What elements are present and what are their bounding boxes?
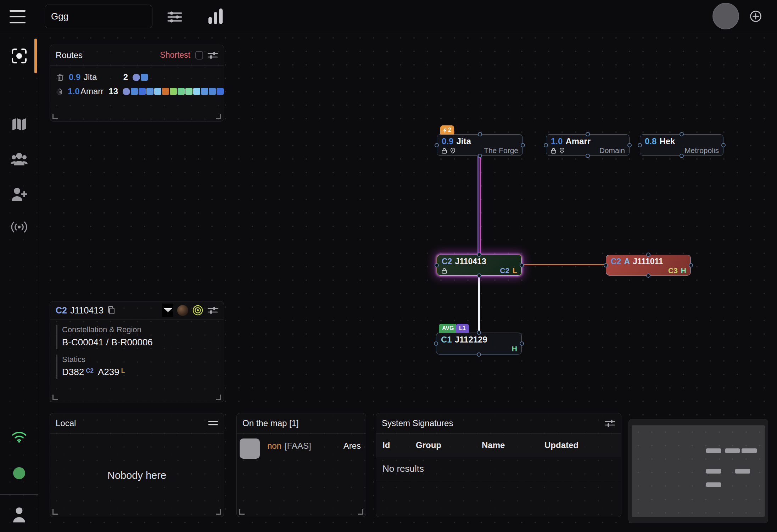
resize-handle[interactable] — [52, 509, 58, 515]
signatures-settings-icon[interactable] — [605, 419, 615, 428]
node-handle[interactable] — [586, 132, 590, 136]
map-node-j111011[interactable]: C2AJ111011 C3H — [606, 255, 691, 276]
node-handle[interactable] — [627, 143, 632, 147]
node-handle[interactable] — [680, 132, 684, 136]
minimap-node-bar — [735, 469, 750, 474]
resize-handle[interactable] — [216, 114, 221, 119]
activity-badge: 2 — [440, 125, 454, 135]
pilot-row[interactable]: non [FAAS] Ares — [237, 434, 366, 459]
connection-jita-j110413-outer[interactable] — [477, 156, 479, 255]
node-handle[interactable] — [477, 330, 481, 335]
node-handle[interactable] — [638, 143, 642, 147]
system-info-panel: C2 J110413 Constellation & Region B- — [50, 301, 224, 402]
minimap-viewport[interactable] — [632, 425, 765, 517]
node-handle[interactable] — [478, 132, 482, 136]
column-header-updated[interactable]: Updated — [544, 440, 578, 450]
shortest-checkbox[interactable] — [195, 51, 203, 60]
connection-j110413-j112129[interactable] — [478, 276, 480, 333]
wormhole-class: C2 — [611, 257, 621, 266]
sidebar-item-profile[interactable] — [0, 507, 38, 522]
column-header-id[interactable]: Id — [382, 440, 416, 450]
map-settings-button[interactable] — [167, 9, 183, 24]
node-handle[interactable] — [477, 352, 481, 357]
node-handle[interactable] — [604, 263, 608, 267]
resize-handle[interactable] — [358, 509, 363, 515]
effect-target-icon[interactable] — [192, 305, 203, 316]
lock-icon — [442, 148, 447, 154]
constellation-region-value: B-C00041 / B-R00006 — [62, 337, 217, 348]
add-button[interactable] — [749, 10, 762, 23]
region-name: Metropolis — [684, 146, 719, 155]
menu-icon[interactable] — [10, 10, 26, 23]
local-menu-icon[interactable] — [208, 420, 218, 426]
node-handle[interactable] — [477, 253, 481, 257]
column-header-name[interactable]: Name — [482, 440, 544, 450]
connection-jita-j110413[interactable] — [480, 156, 481, 255]
lock-icon — [442, 268, 447, 274]
bar-chart-icon — [208, 8, 224, 25]
person-add-icon — [11, 187, 27, 202]
node-handle[interactable] — [586, 154, 590, 158]
resize-handle[interactable] — [52, 395, 58, 400]
avg-badge: AVG — [439, 324, 457, 333]
node-handle[interactable] — [435, 143, 439, 147]
node-handle[interactable] — [721, 143, 726, 147]
sidebar-item-follow[interactable] — [0, 48, 38, 64]
system-settings-icon[interactable] — [207, 306, 218, 315]
route-hops — [123, 88, 224, 95]
route-settings-icon[interactable] — [207, 51, 218, 60]
minimap-panel[interactable] — [628, 419, 768, 523]
field-label: Statics — [62, 355, 217, 364]
user-avatar[interactable] — [712, 3, 739, 29]
route-hop-square — [217, 88, 224, 95]
sidebar-divider — [0, 494, 38, 495]
sidebar-item-maps[interactable] — [0, 117, 38, 131]
node-handle[interactable] — [680, 154, 684, 158]
map-node-hek[interactable]: 0.8Hek Metropolis — [640, 134, 723, 156]
map-node-jita[interactable]: 2 0.9Jita The Forge — [437, 134, 523, 156]
node-handle[interactable] — [521, 143, 525, 147]
delete-route-icon[interactable] — [57, 88, 62, 95]
sidebar-item-add-character[interactable] — [0, 187, 38, 202]
resize-handle[interactable] — [52, 114, 58, 119]
pilot-name: non — [267, 441, 281, 451]
signatures-panel: System Signatures Id Group Name Updated … — [376, 413, 621, 517]
map-selector[interactable]: Ggg — [45, 5, 152, 28]
route-row[interactable]: 0.9 Jita 2 — [50, 70, 224, 84]
node-handle[interactable] — [689, 263, 693, 267]
map-node-j112129[interactable]: AVG L1 C1J112129 H — [436, 333, 522, 355]
faction-logo[interactable] — [162, 304, 173, 317]
resize-handle[interactable] — [239, 509, 245, 515]
online-status-indicator — [0, 467, 38, 479]
node-handle[interactable] — [520, 263, 524, 267]
activity-stats-button[interactable] — [207, 7, 224, 26]
resize-handle[interactable] — [216, 509, 221, 515]
sidebar-item-tracking[interactable] — [0, 221, 38, 233]
column-header-group[interactable]: Group — [416, 440, 482, 450]
route-row[interactable]: 1.0 Amarr 13 — [50, 84, 224, 98]
route-hop-square — [154, 88, 161, 95]
node-handle[interactable] — [646, 273, 650, 278]
copy-icon[interactable] — [107, 306, 116, 315]
map-node-amarr[interactable]: 1.0Amarr Domain — [546, 134, 630, 156]
node-handle[interactable] — [478, 154, 482, 158]
corp-ticker: [FAAS] — [285, 441, 311, 451]
empty-state-text: No results — [382, 463, 424, 474]
panel-title: System Signatures — [382, 418, 453, 428]
map-node-j110413[interactable]: C2J110413 C2L — [437, 255, 522, 276]
node-handle[interactable] — [520, 341, 524, 346]
minimap-node-bar — [725, 448, 740, 453]
sidebar-item-characters[interactable] — [0, 152, 38, 166]
node-handle[interactable] — [434, 341, 438, 346]
route-hop-square — [201, 88, 208, 95]
planet-thumbnail[interactable] — [177, 305, 188, 316]
delete-route-icon[interactable] — [57, 74, 63, 81]
node-handle[interactable] — [477, 273, 481, 278]
connection-j110413-j111011[interactable] — [522, 264, 606, 265]
node-handle[interactable] — [544, 143, 548, 147]
field-label: Constellation & Region — [62, 325, 217, 334]
node-handle[interactable] — [646, 253, 650, 257]
resize-handle[interactable] — [216, 395, 221, 400]
wormhole-class: C1 — [441, 335, 452, 344]
node-handle[interactable] — [435, 263, 439, 267]
